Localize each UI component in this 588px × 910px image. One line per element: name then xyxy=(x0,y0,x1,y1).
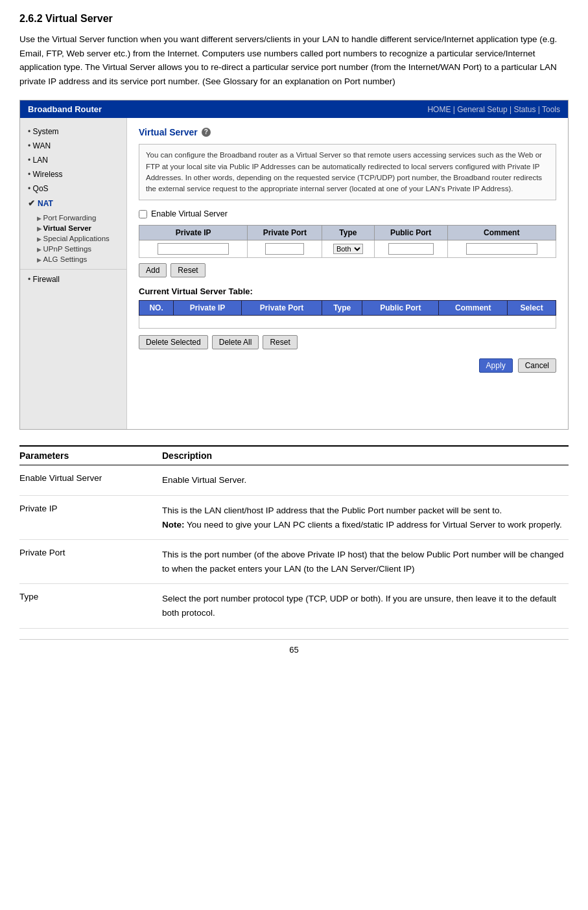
sidebar-subitem-upnp[interactable]: UPnP Settings xyxy=(32,244,126,254)
param-name-enable: Enable Virtual Server xyxy=(19,473,162,483)
vs-current-table: NO. Private IP Private Port Type Public … xyxy=(139,300,556,329)
description-box: You can configure the Broadband router a… xyxy=(139,144,556,200)
param-row-enable: Enable Virtual Server Enable Virtual Ser… xyxy=(19,465,569,496)
param-row-type: Type Select the port number protocol typ… xyxy=(19,584,569,628)
vs-col-type: Type xyxy=(322,301,362,316)
param-name-private-port: Private Port xyxy=(19,548,162,557)
vs-col-public-port: Public Port xyxy=(362,301,439,316)
main-content-area: Virtual Server ? You can configure the B… xyxy=(127,118,568,429)
info-icon[interactable]: ? xyxy=(202,128,211,137)
param-row-private-port: Private Port This is the port number (of… xyxy=(19,540,569,584)
col-type: Type xyxy=(322,226,374,240)
sidebar-subitem-special-apps[interactable]: Special Applications xyxy=(32,233,126,244)
apply-cancel-row: Apply Cancel xyxy=(139,358,556,373)
form-input-row: Both TCP UDP xyxy=(139,240,556,258)
sidebar-item-nat[interactable]: ✔ NAT xyxy=(20,196,126,211)
section-title: 2.6.2 Virtual Server xyxy=(19,13,569,25)
sidebar-item-system[interactable]: System xyxy=(20,124,126,139)
cancel-button[interactable]: Cancel xyxy=(518,358,556,373)
delete-all-button[interactable]: Delete All xyxy=(212,335,259,349)
reset-table-button[interactable]: Reset xyxy=(263,335,297,349)
enable-virtual-server-row: Enable Virtual Server xyxy=(139,209,556,218)
delete-selected-button[interactable]: Delete Selected xyxy=(139,335,208,349)
router-brand: Broadband Router xyxy=(28,104,102,114)
param-desc-enable: Enable Virtual Server. xyxy=(162,473,569,487)
type-select[interactable]: Both TCP UDP xyxy=(333,244,363,254)
params-col1-header: Parameters xyxy=(19,450,162,461)
page-number: 65 xyxy=(19,639,569,655)
vs-col-no: NO. xyxy=(139,301,174,316)
param-desc-type: Select the port number protocol type (TC… xyxy=(162,592,569,620)
col-private-ip: Private IP xyxy=(139,226,248,240)
params-section: Parameters Description Enable Virtual Se… xyxy=(19,445,569,628)
sidebar-subitem-port-forwarding[interactable]: Port Forwarding xyxy=(32,213,126,223)
param-name-type: Type xyxy=(19,592,162,601)
router-body: System WAN LAN Wireless QoS ✔ NAT Port F… xyxy=(20,118,568,429)
main-title-row: Virtual Server ? xyxy=(139,127,556,137)
comment-input[interactable] xyxy=(466,243,537,255)
vs-col-private-ip: Private IP xyxy=(174,301,242,316)
vs-col-comment: Comment xyxy=(439,301,508,316)
col-private-port: Private Port xyxy=(248,226,322,240)
sidebar-item-wan[interactable]: WAN xyxy=(20,139,126,153)
param-name-private-ip: Private IP xyxy=(19,504,162,513)
router-nav: HOME | General Setup | Status | Tools xyxy=(427,105,560,114)
col-public-port: Public Port xyxy=(374,226,447,240)
sidebar-subitem-alg[interactable]: ALG Settings xyxy=(32,254,126,264)
sidebar-item-wireless[interactable]: Wireless xyxy=(20,167,126,181)
main-title-text: Virtual Server xyxy=(139,127,198,137)
sidebar-submenu-nat: Port Forwarding Virtual Server Special A… xyxy=(20,211,126,266)
private-ip-input[interactable] xyxy=(158,243,229,255)
vs-col-private-port: Private Port xyxy=(241,301,322,316)
public-port-input[interactable] xyxy=(388,243,434,255)
vs-col-select: Select xyxy=(508,301,556,316)
add-button[interactable]: Add xyxy=(139,263,167,277)
sidebar-subitem-virtual-server[interactable]: Virtual Server xyxy=(32,223,126,233)
vs-empty-row xyxy=(139,316,556,329)
params-col2-header: Description xyxy=(162,450,569,461)
sidebar: System WAN LAN Wireless QoS ✔ NAT Port F… xyxy=(20,118,127,429)
param-desc-private-ip: This is the LAN client/host IP address t… xyxy=(162,504,569,531)
sidebar-item-qos[interactable]: QoS xyxy=(20,181,126,196)
delete-btn-row: Delete Selected Delete All Reset xyxy=(139,335,556,349)
enable-virtual-server-checkbox[interactable] xyxy=(139,210,147,218)
intro-text: Use the Virtual Server function when you… xyxy=(19,32,569,88)
param-row-private-ip: Private IP This is the LAN client/host I… xyxy=(19,496,569,540)
form-btn-row: Add Reset xyxy=(139,263,556,277)
router-ui-box: Broadband Router HOME | General Setup | … xyxy=(19,100,569,430)
router-header: Broadband Router HOME | General Setup | … xyxy=(20,100,568,118)
sidebar-item-firewall[interactable]: Firewall xyxy=(20,272,126,286)
private-port-input[interactable] xyxy=(265,243,304,255)
param-desc-private-port: This is the port number (of the above Pr… xyxy=(162,548,569,576)
params-header-row: Parameters Description xyxy=(19,447,569,465)
enable-virtual-server-label: Enable Virtual Server xyxy=(151,209,228,218)
sidebar-item-lan[interactable]: LAN xyxy=(20,153,126,167)
current-table-title: Current Virtual Server Table: xyxy=(139,286,556,296)
virtual-server-form-table: Private IP Private Port Type Public Port… xyxy=(139,225,556,258)
col-comment: Comment xyxy=(447,226,556,240)
apply-button[interactable]: Apply xyxy=(479,358,513,373)
reset-form-button[interactable]: Reset xyxy=(171,263,205,277)
